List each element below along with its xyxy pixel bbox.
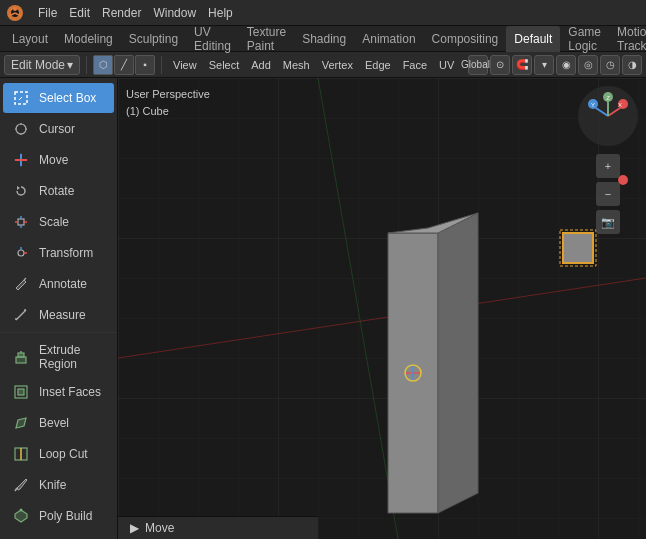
tool-cursor[interactable]: Cursor — [3, 114, 114, 144]
viewport-shading-2[interactable]: ◑ — [622, 55, 642, 75]
xray-btn[interactable]: ◎ — [578, 55, 598, 75]
tab-sculpting[interactable]: Sculpting — [121, 26, 186, 52]
svg-line-27 — [16, 310, 26, 320]
menu-render[interactable]: Render — [96, 4, 147, 22]
tool-loop-cut[interactable]: Loop Cut — [3, 439, 114, 469]
global-dropdown[interactable]: Global ▾ — [468, 55, 488, 75]
tool-poly-build-label: Poly Build — [39, 509, 92, 523]
vertex-mode-btn[interactable]: ⬡ — [93, 55, 113, 75]
cursor-icon — [11, 119, 31, 139]
rotate-icon — [11, 181, 31, 201]
tab-modeling[interactable]: Modeling — [56, 26, 121, 52]
global-label: Global — [461, 59, 490, 70]
svg-line-37 — [15, 488, 17, 491]
mesh-menu[interactable]: Mesh — [278, 57, 315, 73]
tool-measure-label: Measure — [39, 308, 86, 322]
svg-point-23 — [18, 250, 24, 256]
tool-extrude-label: Extrude Region — [39, 343, 106, 371]
face-mode-btn[interactable]: ▪ — [135, 55, 155, 75]
select-menu[interactable]: Select — [204, 57, 245, 73]
tool-transform-label: Transform — [39, 246, 93, 260]
tool-annotate-label: Annotate — [39, 277, 87, 291]
tool-poly-build[interactable]: Poly Build — [3, 501, 114, 531]
tab-texture-paint[interactable]: Texture Paint — [239, 26, 294, 52]
svg-rect-18 — [18, 219, 24, 225]
snap-options-btn[interactable]: ▾ — [534, 55, 554, 75]
add-menu[interactable]: Add — [246, 57, 276, 73]
loop-cut-icon — [11, 444, 31, 464]
perspective-label: User Perspective — [126, 86, 210, 103]
viewport-area: Select Box Cursor — [0, 78, 646, 539]
viewport-shading-1[interactable]: ◷ — [600, 55, 620, 75]
snap-btn[interactable]: 🧲 — [512, 55, 532, 75]
tool-inset-label: Inset Faces — [39, 385, 101, 399]
svg-point-39 — [20, 509, 23, 512]
tool-transform[interactable]: Transform — [3, 238, 114, 268]
poly-build-icon — [11, 506, 31, 526]
svg-text:Z: Z — [606, 95, 610, 101]
proportional-edit-btn[interactable]: ⊙ — [490, 55, 510, 75]
tool-bevel[interactable]: Bevel — [3, 408, 114, 438]
tool-move-label: Move — [39, 153, 68, 167]
tab-uv-editing[interactable]: UV Editing — [186, 26, 239, 52]
move-indicator[interactable]: ▶ Move — [118, 516, 318, 539]
tab-layout[interactable]: Layout — [4, 26, 56, 52]
face-menu[interactable]: Face — [398, 57, 432, 73]
viewport-3d[interactable]: User Perspective (1) Cube X Y Z — [118, 78, 646, 539]
svg-rect-31 — [18, 353, 24, 357]
tab-motion-tracking[interactable]: Motion Tracking — [609, 26, 646, 52]
tool-knife[interactable]: Knife — [3, 470, 114, 500]
uv-menu[interactable]: UV — [434, 57, 459, 73]
tab-game-logic[interactable]: Game Logic — [560, 26, 609, 52]
edge-mode-btn[interactable]: ╱ — [114, 55, 134, 75]
tool-extrude-region[interactable]: Extrude Region — [3, 338, 114, 376]
viewport-gizmos: X Y Z + − 📷 — [578, 86, 638, 234]
extrude-icon — [11, 347, 31, 367]
tab-compositing[interactable]: Compositing — [424, 26, 507, 52]
menu-help[interactable]: Help — [202, 4, 239, 22]
edge-menu[interactable]: Edge — [360, 57, 396, 73]
menu-edit[interactable]: Edit — [63, 4, 96, 22]
knife-icon — [11, 475, 31, 495]
tool-select-box-label: Select Box — [39, 91, 96, 105]
bevel-icon — [11, 413, 31, 433]
menu-window[interactable]: Window — [147, 4, 202, 22]
tool-measure[interactable]: Measure — [3, 300, 114, 330]
camera-view-btn[interactable]: 📷 — [596, 210, 620, 234]
tab-default[interactable]: Default — [506, 26, 560, 52]
axis-gizmo[interactable]: X Y Z — [578, 86, 638, 146]
tool-spin[interactable]: Spin — [3, 532, 114, 539]
mode-select[interactable]: Edit Mode ▾ — [4, 55, 80, 75]
tool-rotate[interactable]: Rotate — [3, 176, 114, 206]
tool-annotate[interactable]: Annotate — [3, 269, 114, 299]
transform-icon — [11, 243, 31, 263]
tab-animation[interactable]: Animation — [354, 26, 423, 52]
viewport-menu: View Select Add Mesh Vertex Edge Face UV — [168, 57, 459, 73]
svg-text:Y: Y — [591, 102, 595, 108]
tool-scale[interactable]: Scale — [3, 207, 114, 237]
tool-knife-label: Knife — [39, 478, 66, 492]
tool-rotate-label: Rotate — [39, 184, 74, 198]
svg-marker-38 — [15, 510, 27, 522]
vertex-menu[interactable]: Vertex — [317, 57, 358, 73]
tool-move[interactable]: Move — [3, 145, 114, 175]
tool-select-box[interactable]: Select Box — [3, 83, 114, 113]
proportional-icon: ⊙ — [496, 59, 504, 70]
separator-1 — [86, 56, 87, 74]
zoom-in-btn[interactable]: + — [596, 154, 620, 178]
menu-bar: File Edit Render Window Help — [0, 0, 646, 26]
zoom-out-btn[interactable]: − — [596, 182, 620, 206]
annotate-icon — [11, 274, 31, 294]
mode-label: Edit Mode — [11, 58, 65, 72]
tab-shading[interactable]: Shading — [294, 26, 354, 52]
overlay-btn[interactable]: ◉ — [556, 55, 576, 75]
viewport-grid — [118, 78, 646, 539]
tool-inset-faces[interactable]: Inset Faces — [3, 377, 114, 407]
menu-file[interactable]: File — [32, 4, 63, 22]
global-controls: Global ▾ ⊙ 🧲 ▾ ◉ ◎ ◷ ◑ — [468, 55, 642, 75]
separator-2 — [161, 56, 162, 74]
svg-point-2 — [13, 7, 17, 11]
tool-scale-label: Scale — [39, 215, 69, 229]
blender-logo — [4, 2, 26, 24]
view-menu[interactable]: View — [168, 57, 202, 73]
